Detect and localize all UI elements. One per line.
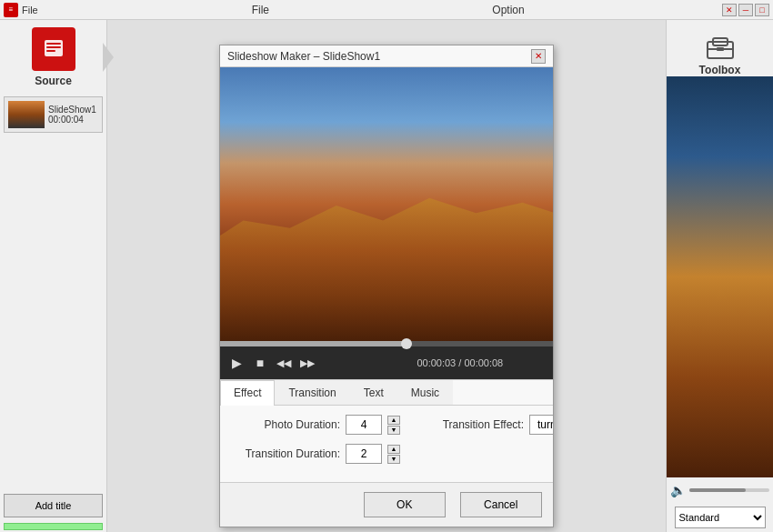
- tabs-row: Effect Transition Text Music: [220, 380, 553, 406]
- tab-music[interactable]: Music: [397, 380, 453, 405]
- photo-duration-down[interactable]: ▼: [387, 426, 400, 435]
- svg-rect-1: [46, 43, 61, 45]
- app-title: File: [22, 5, 252, 15]
- svg-rect-3: [46, 50, 55, 52]
- timeline-thumb[interactable]: [401, 338, 412, 349]
- app-icon: ≡: [4, 3, 18, 17]
- dialog-body: ▶ ■ ◀◀ ▶▶ 00:00:03 / 00:00:08: [220, 67, 553, 527]
- dialog-close-button[interactable]: ✕: [531, 49, 546, 64]
- left-sidebar: Source SlideShow1 00:00:04 Add title: [0, 20, 107, 532]
- slideshow-item[interactable]: SlideShow1 00:00:04: [4, 96, 103, 133]
- play-button[interactable]: ▶: [227, 354, 246, 372]
- transition-effect-select[interactable]: turn fade slide zoom: [529, 415, 553, 435]
- dialog-overlay: Slideshow Maker – SlideShow1 ✕: [215, 40, 558, 532]
- transition-duration-up[interactable]: ▲: [387, 445, 400, 454]
- transition-duration-label: Transition Duration:: [231, 447, 340, 460]
- stop-button[interactable]: ■: [251, 354, 269, 372]
- dialog-title: Slideshow Maker – SlideShow1: [227, 50, 531, 63]
- quality-dropdown[interactable]: Standard High Low: [675, 507, 766, 528]
- right-toolbox: Toolbox 🔈 Standard High Low: [666, 20, 773, 532]
- source-label: Source: [35, 75, 72, 87]
- window-controls: ✕ ─ □: [722, 4, 769, 16]
- toolbox-label: Toolbox: [699, 64, 741, 76]
- app-window: ≡ File File Option ✕ ─ □ So: [0, 0, 773, 532]
- volume-slider-fill: [689, 488, 746, 492]
- photo-duration-row: Photo Duration: ▲ ▼ Transition Effect:: [231, 415, 553, 435]
- window-max-btn[interactable]: □: [755, 4, 769, 16]
- effects-panel: Effect Transition Text Music: [220, 379, 553, 482]
- timeline-bar[interactable]: [220, 341, 553, 346]
- source-arrow: [103, 43, 114, 72]
- photo-duration-label: Photo Duration:: [231, 418, 340, 431]
- menu-option[interactable]: Option: [492, 4, 722, 16]
- transition-duration-row: Transition Duration: ▲ ▼: [231, 444, 553, 464]
- toolbox-symbol: [702, 27, 738, 64]
- green-progress-bar: [4, 523, 103, 530]
- toolbox-preview: [667, 76, 773, 477]
- video-landscape: [220, 67, 553, 341]
- time-total: 00:00:08: [464, 357, 503, 368]
- transition-duration-down[interactable]: ▼: [387, 455, 400, 464]
- volume-slider-track[interactable]: [689, 488, 769, 492]
- source-button[interactable]: Source: [0, 20, 106, 95]
- add-title-button[interactable]: Add title: [4, 494, 103, 517]
- ok-button[interactable]: OK: [364, 492, 446, 517]
- title-bar: ≡ File File Option ✕ ─ □: [0, 0, 773, 20]
- rewind-button[interactable]: ◀◀: [275, 354, 293, 372]
- volume-bar: 🔈: [667, 477, 773, 503]
- slideshow-info: SlideShow1 00:00:04: [48, 105, 96, 125]
- dialog-title-bar: Slideshow Maker – SlideShow1 ✕: [220, 45, 553, 67]
- video-desert-shape: [220, 190, 553, 341]
- window-close-btn[interactable]: ✕: [722, 4, 737, 16]
- svg-rect-2: [46, 46, 61, 48]
- transition-effect-label: Transition Effect:: [424, 418, 524, 431]
- tab-text[interactable]: Text: [350, 380, 397, 405]
- source-icon: [32, 27, 75, 71]
- effect-content-wrapper: Photo Duration: ▲ ▼ Transition Effect:: [220, 406, 553, 482]
- volume-icon[interactable]: 🔈: [670, 483, 686, 497]
- toolbox-header[interactable]: Toolbox: [699, 27, 741, 76]
- time-current: 00:00:03: [417, 357, 456, 368]
- controls-bar: ▶ ■ ◀◀ ▶▶ 00:00:03 / 00:00:08: [220, 346, 553, 379]
- slideshow-thumbnail: [8, 101, 45, 128]
- transition-duration-input[interactable]: [346, 444, 382, 464]
- video-section: ▶ ■ ◀◀ ▶▶ 00:00:03 / 00:00:08: [220, 67, 553, 527]
- slideshow-time: 00:00:04: [48, 115, 96, 125]
- photo-duration-spinner: ▲ ▼: [387, 416, 400, 435]
- dialog-window: Slideshow Maker – SlideShow1 ✕: [219, 45, 554, 527]
- fast-forward-button[interactable]: ▶▶: [298, 354, 316, 372]
- toolbox-desert-shape: [667, 277, 773, 478]
- cancel-button[interactable]: Cancel: [460, 492, 542, 517]
- dialog-footer: OK Cancel: [220, 482, 553, 527]
- window-min-btn[interactable]: ─: [738, 4, 753, 16]
- menu-file[interactable]: File: [252, 4, 482, 16]
- timeline-progress: [220, 341, 407, 346]
- effect-content: Photo Duration: ▲ ▼ Transition Effect:: [220, 406, 553, 482]
- photo-duration-up[interactable]: ▲: [387, 416, 400, 425]
- time-display: 00:00:03 / 00:00:08: [417, 357, 503, 368]
- transition-duration-spinner: ▲ ▼: [387, 445, 400, 464]
- main-area: Source SlideShow1 00:00:04 Add title: [0, 20, 773, 532]
- tab-effect[interactable]: Effect: [220, 380, 275, 406]
- center-content: Slideshow Maker – SlideShow1 ✕: [107, 20, 666, 532]
- slideshow-name: SlideShow1: [48, 105, 96, 115]
- tab-transition[interactable]: Transition: [275, 380, 349, 405]
- photo-duration-input[interactable]: [346, 415, 382, 435]
- video-player: [220, 67, 553, 341]
